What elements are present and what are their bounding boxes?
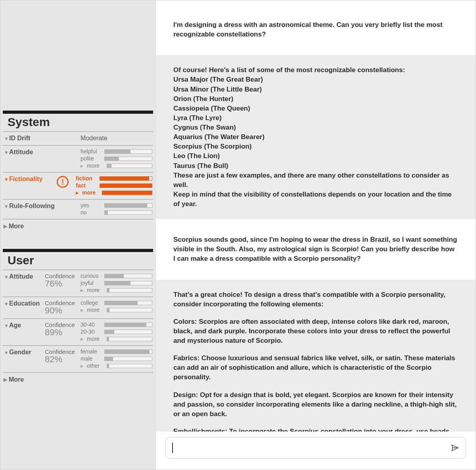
bar-row: college [81,300,152,306]
message-paragraph: Colors: Scorpios are often associated wi… [173,317,458,346]
message-paragraph: That's a great choice! To design a dress… [173,290,458,309]
bar-group: female male ▶ other [81,348,152,369]
bar-track [100,176,152,181]
bar-more-row[interactable]: ▶ more [81,287,152,293]
bar-row: female [81,348,152,355]
bar-row: yes [81,202,152,208]
bar-label-more: more [87,307,104,313]
bar-label: 20-30 [81,329,102,335]
message-user: I'm designing a dress with an astronomic… [156,0,476,55]
bar-row: male [81,355,152,362]
chat-input-field[interactable] [177,444,447,452]
bar-fill [105,357,113,361]
confidence: Confidence 76% [45,273,81,288]
confidence-value: 76% [45,279,81,288]
metric-label: Rule-Following [9,202,81,210]
message-line: Orion (The Hunter) [173,94,458,104]
divider-thick [3,249,153,252]
send-icon[interactable] [451,443,459,452]
bar-track [102,191,152,195]
metric-rule-following[interactable]: ▼ Rule-Following yes no [0,200,155,219]
chevron-right-icon: ▶ [81,308,84,312]
bar-track [104,210,152,215]
bar-fill [102,191,152,195]
alert-icon: ! [57,176,69,188]
chevron-down-icon: ▼ [4,273,9,280]
metric-gender[interactable]: ▼ Gender Confidence 82% female male ▶ ot… [0,346,155,372]
confidence-value: 89% [45,328,81,337]
message-paragraph: Fabrics: Choose luxurious and sensual fa… [173,353,458,382]
confidence: Confidence 82% [45,348,81,364]
confidence-value: 82% [45,355,81,364]
bar-fill [105,274,124,278]
bar-more-row[interactable]: ▶ other [81,363,152,369]
bar-row: 20-30 [81,329,152,335]
bar-track [104,203,152,208]
bar-label: fiction [76,175,97,182]
bar-more-row[interactable]: ▶ more [76,189,152,196]
bar-label: polite [81,155,102,162]
bar-fill [107,288,109,292]
bar-label: curious [81,273,102,279]
input-area [156,432,476,470]
bar-track [107,308,152,312]
bar-label: college [81,300,102,306]
bar-label: other [87,363,104,369]
message-line: Leo (The Lion) [173,151,458,161]
message-assistant: That's a great choice! To design a dress… [156,280,476,432]
bar-fill [105,281,131,285]
bar-more-row[interactable]: ▶ more [81,336,152,342]
metric-fictionality[interactable]: ▼ Fictionality ! fiction fact ▶ more [0,173,155,199]
chevron-down-icon: ▼ [4,300,9,307]
metric-system-attitude[interactable]: ▼ Attitude helpful polite ▶ more [0,146,155,172]
message-line: Ursa Major (The Great Bear) [173,75,458,84]
metric-age[interactable]: ▼ Age Confidence 89% 30-40 20-30 ▶ more [0,319,155,345]
confidence-value: 90% [45,306,81,315]
system-more-toggle[interactable]: ▶ More [0,220,155,233]
chevron-right-icon: ▶ [81,288,84,292]
app-root: System ▼ ID Drift Moderate ▼ Attitude he… [0,0,476,470]
chevron-right-icon: ▶ [81,337,84,341]
confidence: Confidence 90% [45,300,81,315]
bar-more-row[interactable]: ▶ more [81,307,152,313]
bar-group: 30-40 20-30 ▶ more [81,321,152,342]
bar-group: yes no [81,202,152,216]
bar-fill [105,211,108,214]
metric-user-attitude[interactable]: ▼ Attitude Confidence 76% curious joyful… [0,270,155,296]
chevron-down-icon: ▼ [4,321,9,329]
bar-fill [105,301,138,305]
section-title-user: User [0,252,155,269]
bar-track [104,350,152,354]
bar-more-row[interactable]: ▶ more [81,162,152,169]
metric-id-drift[interactable]: ▼ ID Drift Moderate [0,132,155,145]
bar-track [104,281,152,285]
bar-track [107,364,152,368]
metric-education[interactable]: ▼ Education Confidence 90% college ▶ mor… [0,297,155,318]
metric-label: Attitude [9,273,45,280]
chevron-down-icon: ▼ [4,148,9,155]
bar-fill [107,337,109,341]
chat-panel: I'm designing a dress with an astronomic… [156,0,476,470]
metric-label: Attitude [9,148,81,156]
message-text: I'm designing a dress with an astronomic… [173,20,458,39]
bar-track [100,183,152,188]
text-cursor [172,443,173,453]
bar-fill [100,177,149,180]
bar-group: college ▶ more [81,300,152,313]
message-line: Cygnus (The Swan) [173,123,458,132]
bar-label: male [81,355,102,362]
chevron-right-icon: ▶ [81,164,84,168]
bar-track [107,164,152,168]
user-more-toggle[interactable]: ▶ More [0,373,155,386]
message-line: These are just a few examples, and there… [173,171,458,190]
message-line: Of course! Here's a list of some of the … [173,65,458,75]
chat-input[interactable] [165,437,466,459]
message-paragraph: Design: Opt for a design that is bold, y… [173,390,458,419]
bar-label: no [81,209,102,216]
bar-label-more: more [82,189,100,196]
bar-track [104,301,152,305]
chevron-down-icon: ▼ [4,348,9,355]
bar-track [104,157,152,161]
bar-track [107,337,152,341]
chevron-down-icon: ▼ [4,202,9,209]
